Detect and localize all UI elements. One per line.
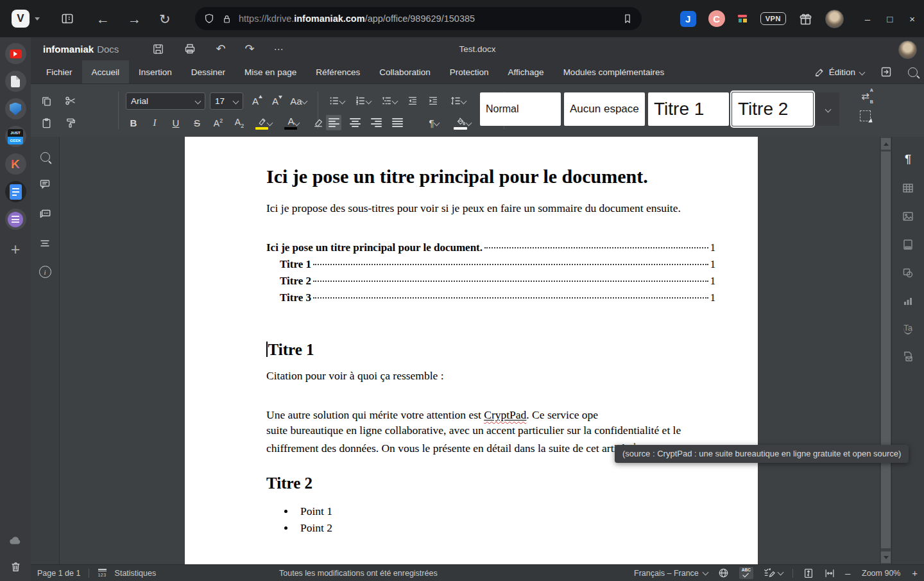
replace-button[interactable]: ⇄AB [861, 91, 869, 102]
font-family-select[interactable]: Arial [126, 92, 205, 110]
tab-dessiner[interactable]: Dessiner [182, 60, 235, 83]
track-changes-button[interactable] [763, 567, 783, 579]
tab-references[interactable]: Références [306, 60, 370, 83]
shield-panel-icon[interactable] [5, 98, 26, 119]
chat-icon[interactable] [38, 207, 52, 221]
toc-entry[interactable]: Ici je pose un titre principal pour le d… [266, 241, 715, 258]
zoom-level[interactable]: Zoom 90% [860, 569, 902, 578]
vivaldi-logo-icon[interactable]: V [12, 10, 30, 28]
tab-affichage[interactable]: Affichage [499, 60, 554, 83]
comments-icon[interactable] [38, 178, 51, 191]
subscript-button[interactable]: A2 [232, 115, 247, 130]
notes-panel-icon[interactable] [5, 209, 26, 230]
tab-collaboration[interactable]: Collaboration [370, 60, 440, 83]
extension-j-icon[interactable]: J [680, 11, 696, 27]
shading-button[interactable] [451, 115, 475, 130]
numbered-list-button[interactable] [352, 93, 373, 108]
set-language-globe-icon[interactable] [717, 567, 730, 579]
extension-c-icon[interactable]: C [708, 10, 725, 27]
navigation-headings-icon[interactable] [38, 237, 51, 250]
vpn-extension-icon[interactable]: VPN [760, 12, 786, 25]
fit-width-button[interactable] [824, 568, 835, 579]
chart-settings-icon[interactable] [902, 295, 914, 308]
toc-entry[interactable]: Titre 21 [266, 275, 715, 291]
mode-edition-dropdown[interactable]: Édition [814, 67, 864, 78]
image-settings-icon[interactable] [902, 210, 914, 223]
strikethrough-button[interactable]: S [189, 115, 205, 130]
copy-button[interactable] [38, 93, 54, 108]
gift-icon[interactable] [798, 12, 813, 26]
styles-gallery-expand-button[interactable] [816, 92, 839, 126]
scrollbar-thumb[interactable] [881, 152, 891, 548]
statistics-label[interactable]: Statistiques [115, 569, 157, 578]
save-button[interactable] [152, 43, 164, 55]
kdrive-panel-icon[interactable]: K [5, 153, 26, 175]
url-text[interactable]: https://kdrive.infomaniak.com/app/office… [239, 13, 475, 24]
document-canvas[interactable]: Ici je pose un titre principal pour le d… [60, 137, 880, 564]
editor-user-avatar[interactable] [898, 40, 917, 59]
fit-page-button[interactable] [803, 568, 814, 579]
panel-toggle-icon[interactable] [60, 12, 74, 26]
decrease-indent-button[interactable] [405, 93, 420, 108]
table-settings-icon[interactable] [902, 182, 914, 195]
forward-button[interactable]: → [128, 12, 141, 26]
page-indicator[interactable]: Page 1 de 1 [37, 569, 80, 578]
change-case-button[interactable]: Aa [287, 93, 309, 108]
vertical-scrollbar[interactable] [880, 137, 891, 564]
tab-protection[interactable]: Protection [440, 60, 499, 83]
scroll-up-button[interactable] [881, 138, 891, 150]
editor-search-icon[interactable] [908, 67, 918, 77]
sync-cloud-icon[interactable] [8, 533, 23, 548]
italic-button[interactable]: I [147, 115, 162, 130]
toc-entry[interactable]: Titre 11 [266, 258, 715, 275]
word-count-icon[interactable]: 123 [98, 569, 106, 577]
tab-insertion[interactable]: Insertion [129, 60, 182, 83]
trash-icon[interactable] [9, 560, 22, 573]
find-icon[interactable] [40, 152, 50, 162]
tab-modules-complementaires[interactable]: Modules complémentaires [554, 60, 674, 83]
table-of-contents[interactable]: Ici je pose un titre principal pour le d… [266, 241, 715, 308]
redo-button[interactable]: ↷ [244, 43, 254, 55]
superscript-button[interactable]: A2 [210, 115, 226, 130]
format-painter-button[interactable] [63, 115, 78, 130]
print-button[interactable] [184, 42, 196, 55]
spell-check-button[interactable]: ABC [739, 567, 753, 579]
underline-button[interactable]: U [168, 115, 184, 130]
highlight-color-button[interactable] [253, 115, 276, 130]
bold-button[interactable]: B [126, 115, 141, 130]
tab-mise-en-page[interactable]: Mise en page [235, 60, 306, 83]
shape-settings-icon[interactable] [902, 266, 914, 279]
language-selector[interactable]: Français – France [634, 569, 708, 578]
line-spacing-button[interactable] [446, 93, 469, 108]
bookmark-icon[interactable] [622, 13, 633, 24]
font-size-select[interactable]: 17 [210, 92, 243, 110]
window-minimize-button[interactable]: – [865, 13, 870, 24]
toc-entry[interactable]: Titre 31 [266, 291, 715, 308]
more-actions-button[interactable]: ⋯ [274, 44, 284, 54]
style-normal[interactable]: Normal [480, 92, 561, 126]
justgeek-panel-icon[interactable]: JUSTGEEK [5, 126, 26, 147]
style-titre-2[interactable]: Titre 2 [732, 92, 813, 126]
justify-button[interactable] [389, 115, 405, 130]
extension-misc-icon[interactable] [737, 13, 748, 24]
font-color-button[interactable]: A [282, 115, 305, 130]
zoom-in-button[interactable]: + [912, 568, 918, 578]
align-left-button[interactable] [326, 115, 341, 130]
style-aucun-espace[interactable]: Aucun espace [564, 92, 645, 126]
cryptpad-link[interactable]: CryptPad [484, 408, 526, 421]
tab-accueil[interactable]: Accueil [82, 60, 130, 83]
cut-button[interactable] [63, 93, 78, 108]
mail-merge-icon[interactable] [902, 350, 914, 363]
add-panel-button[interactable]: + [11, 240, 21, 259]
decrease-font-size-button[interactable]: A [268, 93, 283, 108]
window-maximize-button[interactable]: □ [887, 13, 893, 24]
zoom-out-button[interactable]: – [845, 568, 850, 578]
clear-formatting-button[interactable] [311, 115, 326, 130]
url-bar[interactable]: https://kdrive.infomaniak.com/app/office… [195, 7, 642, 30]
style-titre-1[interactable]: Titre 1 [648, 92, 729, 126]
text-art-settings-icon[interactable]: Ta [903, 323, 912, 334]
tab-fichier[interactable]: Fichier [37, 60, 82, 83]
increase-indent-button[interactable] [425, 93, 441, 108]
shield-icon[interactable] [203, 13, 215, 24]
back-button[interactable]: ← [96, 12, 110, 26]
